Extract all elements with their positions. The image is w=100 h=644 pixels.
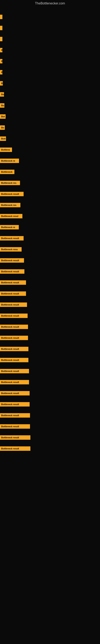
bottleneck-bar: Bottleneck bbox=[0, 170, 14, 174]
bar-row: B bbox=[0, 78, 100, 89]
bar-row bbox=[0, 11, 100, 22]
bottleneck-bar: Bottleneck result bbox=[0, 192, 24, 196]
bottleneck-bar bbox=[0, 15, 2, 19]
bar-row: Bottleneck result bbox=[0, 332, 100, 343]
bar-row: B bbox=[0, 66, 100, 78]
bar-row: Bottleneck resul bbox=[0, 210, 100, 222]
bar-row: Bottleneck result bbox=[0, 410, 100, 421]
bar-row: Bottleneck result bbox=[0, 233, 100, 244]
bar-row: Bottleneck result bbox=[0, 388, 100, 399]
bar-row: Bottleneck re bbox=[0, 155, 100, 166]
bottleneck-bar: Bottleneck result bbox=[0, 402, 30, 406]
bar-row: Bottleneck result bbox=[0, 443, 100, 454]
bar-row: Bo bbox=[0, 89, 100, 100]
bottleneck-bar: Bottleneck result bbox=[0, 292, 26, 296]
bottleneck-bar: Bottleneck re bbox=[0, 225, 19, 230]
bottleneck-bar: B bbox=[0, 70, 2, 74]
bottleneck-bar: Bottleneck resu bbox=[0, 247, 22, 252]
bottleneck-bar: Bottleneck res bbox=[0, 203, 20, 207]
bar-row: B bbox=[0, 44, 100, 56]
bottleneck-bar: Bottleneck result bbox=[0, 236, 24, 240]
bar-row: Bo bbox=[0, 100, 100, 111]
bottleneck-bar: Bot bbox=[0, 114, 6, 119]
bottleneck-bar: Bottleneck result bbox=[0, 258, 24, 263]
site-title-bar: TheBottlenecker.com bbox=[0, 0, 100, 7]
bar-row: Bottleneck re bbox=[0, 222, 100, 233]
bottleneck-bar: B bbox=[0, 59, 2, 64]
bottleneck-bar: Bottleneck result bbox=[0, 336, 28, 340]
bar-row: Bottleneck result bbox=[0, 299, 100, 310]
bar-row: Bottleneck res bbox=[0, 177, 100, 188]
bottleneck-bar: Bottleneck res bbox=[0, 181, 20, 185]
bottleneck-bar: Bottleneck result bbox=[0, 324, 28, 329]
bottleneck-bar: Bottleneck result bbox=[0, 380, 29, 384]
bottleneck-bar: Bottleneck result bbox=[0, 280, 26, 285]
bottleneck-bar: B bbox=[0, 81, 3, 86]
bar-row: Bottlene bbox=[0, 144, 100, 155]
bottleneck-bar: Bottleneck result bbox=[0, 358, 28, 362]
bar-row: Bottleneck result bbox=[0, 188, 100, 200]
bottleneck-bar: Bo bbox=[0, 103, 4, 108]
bar-row: Bottleneck bbox=[0, 166, 100, 177]
bottleneck-bar: Bo bbox=[0, 126, 5, 130]
bars-container: BBBBBoBoBotBoBottBottleneBottleneck reBo… bbox=[0, 7, 100, 454]
bar-row bbox=[0, 22, 100, 34]
bar-row: Bottleneck result bbox=[0, 310, 100, 321]
bottleneck-bar: Bottleneck result bbox=[0, 413, 30, 418]
bar-row: Bot bbox=[0, 111, 100, 122]
bar-row: Bottleneck res bbox=[0, 200, 100, 210]
bar-row: Bottleneck result bbox=[0, 266, 100, 277]
bottleneck-bar bbox=[0, 37, 2, 41]
bar-row: Bottleneck result bbox=[0, 399, 100, 410]
bottleneck-bar: B bbox=[0, 48, 2, 52]
bar-row: Bottleneck result bbox=[0, 432, 100, 443]
site-title: TheBottlenecker.com bbox=[0, 0, 100, 7]
bar-row: Bott bbox=[0, 133, 100, 144]
bar-row: Bottleneck result bbox=[0, 376, 100, 388]
bar-row bbox=[0, 34, 100, 44]
bottleneck-bar: Bott bbox=[0, 136, 6, 141]
bar-row: Bottleneck result bbox=[0, 343, 100, 354]
bottleneck-bar: Bottleneck result bbox=[0, 302, 27, 307]
bar-row: Bottleneck result bbox=[0, 277, 100, 288]
bottleneck-bar: Bottleneck result bbox=[0, 369, 29, 373]
bar-row: Bottleneck result bbox=[0, 255, 100, 266]
bottleneck-bar: Bottleneck result bbox=[0, 424, 30, 429]
bottleneck-bar: Bottleneck result bbox=[0, 314, 28, 318]
bottleneck-bar: Bottleneck result bbox=[0, 435, 30, 440]
bottleneck-bar: Bottleneck result bbox=[0, 446, 30, 451]
bottleneck-bar: Bottleneck re bbox=[0, 158, 19, 163]
bar-row: Bottleneck result bbox=[0, 354, 100, 366]
bottleneck-bar: Bottlene bbox=[0, 148, 12, 152]
bar-row: B bbox=[0, 56, 100, 66]
bottleneck-bar: Bottleneck result bbox=[0, 269, 24, 274]
bar-row: Bottleneck result bbox=[0, 421, 100, 432]
bar-row: Bottleneck result bbox=[0, 288, 100, 299]
bottleneck-bar: Bottleneck result bbox=[0, 347, 28, 351]
bar-row: Bottleneck result bbox=[0, 321, 100, 332]
bar-row: Bottleneck resu bbox=[0, 244, 100, 255]
bar-row: Bo bbox=[0, 122, 100, 133]
bottleneck-bar: Bo bbox=[0, 92, 4, 96]
bottleneck-bar bbox=[0, 26, 2, 30]
bottleneck-bar: Bottleneck result bbox=[0, 391, 30, 396]
bottleneck-bar: Bottleneck resul bbox=[0, 214, 22, 218]
bar-row: Bottleneck result bbox=[0, 366, 100, 376]
